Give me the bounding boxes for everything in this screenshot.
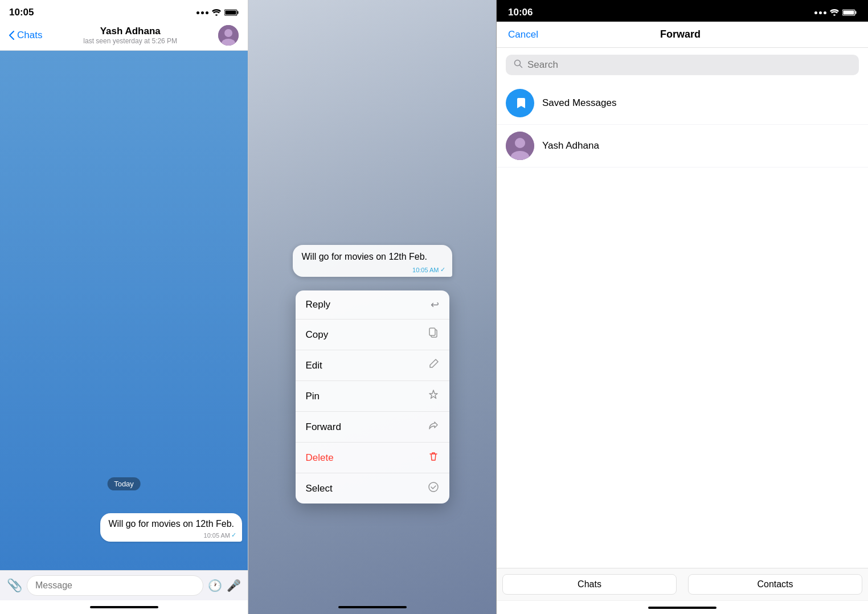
chevron-left-icon <box>9 31 15 40</box>
svg-rect-10 <box>855 11 857 14</box>
contact-item-saved[interactable]: Saved Messages <box>497 82 868 125</box>
menu-item-select[interactable]: Select <box>296 473 449 504</box>
preview-message-text: Will go for movies on 12th Feb. <box>302 252 428 261</box>
svg-rect-2 <box>226 11 236 15</box>
svg-point-14 <box>515 138 525 148</box>
menu-item-copy[interactable]: Copy <box>296 320 449 350</box>
p3-status-icons <box>814 9 857 16</box>
p3-wifi-icon <box>830 9 839 16</box>
saved-messages-label: Saved Messages <box>542 97 616 109</box>
contact-item-yash[interactable]: Yash Adhana <box>497 125 868 167</box>
search-icon <box>514 59 523 71</box>
panel-context-menu: Will go for movies on 12th Feb. 10:05 AM… <box>248 0 497 614</box>
status-bar: 10:05 <box>0 0 248 21</box>
svg-rect-11 <box>844 11 854 15</box>
status-time: 10:05 <box>9 7 34 18</box>
chat-area: Today Will go for movies on 12th Feb. 10… <box>0 51 248 570</box>
edit-label: Edit <box>306 360 322 371</box>
delete-icon <box>428 451 439 465</box>
menu-item-forward[interactable]: Forward <box>296 412 449 443</box>
p3-status-bar: 10:06 <box>497 0 868 22</box>
message-input[interactable] <box>27 575 203 596</box>
p3-signal-icon <box>814 11 826 14</box>
cancel-button[interactable]: Cancel <box>508 29 538 40</box>
copy-icon <box>428 328 439 342</box>
panel-forward: 10:06 Cancel Forward <box>497 0 868 614</box>
message-meta: 10:05 AM ✓ <box>204 531 236 539</box>
copy-label: Copy <box>306 329 329 341</box>
forward-label: Forward <box>306 421 341 433</box>
read-receipt-icon: ✓ <box>231 531 236 539</box>
p3-battery-icon <box>842 9 857 16</box>
search-bar <box>506 55 859 75</box>
menu-item-reply[interactable]: Reply ↩ <box>296 290 449 320</box>
p3-home-bar <box>648 607 716 609</box>
svg-rect-1 <box>238 11 239 14</box>
menu-item-delete[interactable]: Delete <box>296 443 449 473</box>
select-label: Select <box>306 483 333 494</box>
pin-label: Pin <box>306 391 320 402</box>
edit-icon <box>428 358 439 373</box>
message-bubble-preview: Will go for movies on 12th Feb. 10:05 AM… <box>293 245 452 277</box>
reply-label: Reply <box>306 299 330 310</box>
p3-nav: Cancel Forward <box>497 22 868 48</box>
forward-icon <box>428 420 439 434</box>
bottom-tabs: Chats Contacts <box>497 568 868 600</box>
search-input[interactable] <box>527 59 851 71</box>
wifi-icon <box>212 9 221 16</box>
panel2-content: Will go for movies on 12th Feb. 10:05 AM… <box>248 0 496 614</box>
user-contact-name: Yash Adhana <box>542 140 599 152</box>
pin-icon <box>428 389 439 403</box>
forward-title: Forward <box>660 28 701 40</box>
preview-message-meta: 10:05 AM ✓ <box>412 266 445 273</box>
message-text: Will go for movies on 12th Feb. <box>108 519 234 529</box>
home-indicator <box>0 600 248 614</box>
avatar[interactable] <box>218 25 239 46</box>
last-seen: last seen yesterday at 5:26 PM <box>42 37 218 45</box>
select-icon <box>428 481 439 496</box>
back-label: Chats <box>17 30 42 41</box>
menu-item-pin[interactable]: Pin <box>296 381 449 412</box>
p3-home-indicator <box>497 600 868 614</box>
mic-icon[interactable]: 🎤 <box>227 579 241 592</box>
p3-status-time: 10:06 <box>508 7 533 18</box>
preview-check-icon: ✓ <box>440 266 445 273</box>
back-button[interactable]: Chats <box>9 30 42 41</box>
contact-name: Yash Adhana <box>42 26 218 37</box>
tab-contacts[interactable]: Contacts <box>688 574 862 595</box>
menu-item-edit[interactable]: Edit <box>296 350 449 381</box>
message-time: 10:05 AM <box>204 532 230 539</box>
svg-point-4 <box>224 29 232 37</box>
contact-list: Saved Messages Yash Adhana <box>497 82 868 568</box>
svg-rect-7 <box>429 328 435 335</box>
battery-icon <box>224 9 239 16</box>
date-badge: Today <box>107 477 141 490</box>
message-bubble[interactable]: Will go for movies on 12th Feb. 10:05 AM… <box>100 513 242 542</box>
user-avatar <box>506 132 534 160</box>
reply-icon: ↩ <box>431 298 439 311</box>
home-indicator <box>248 600 496 614</box>
context-menu: Reply ↩ Copy Edit <box>296 290 449 504</box>
saved-messages-avatar <box>506 89 534 117</box>
preview-message-time: 10:05 AM <box>412 267 439 273</box>
home-bar <box>338 606 407 608</box>
avatar-image <box>218 25 239 46</box>
emoji-icon[interactable]: 🕐 <box>208 579 222 592</box>
tab-chats[interactable]: Chats <box>502 574 677 595</box>
panel-chat: 10:05 Chats <box>0 0 248 614</box>
svg-point-8 <box>429 482 438 492</box>
delete-label: Delete <box>306 452 334 464</box>
nav-title: Yash Adhana last seen yesterday at 5:26 … <box>42 26 218 45</box>
nav-bar: Chats Yash Adhana last seen yesterday at… <box>0 21 248 51</box>
status-icons <box>196 9 239 16</box>
input-bar: 📎 🕐 🎤 <box>0 570 248 600</box>
home-bar <box>90 606 158 608</box>
attach-icon[interactable]: 📎 <box>7 578 22 593</box>
signal-dots-icon <box>196 11 208 14</box>
